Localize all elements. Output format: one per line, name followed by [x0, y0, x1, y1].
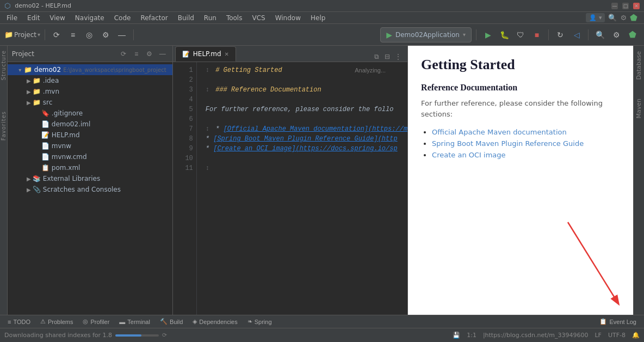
- menu-navigate[interactable]: Navigate: [71, 13, 109, 23]
- menu-window[interactable]: Window: [271, 13, 305, 23]
- stop-button[interactable]: ■: [530, 28, 544, 42]
- minimize-button[interactable]: —: [611, 3, 618, 9]
- pomxml-icon: 📋: [41, 164, 50, 172]
- tree-item-src[interactable]: ▶ 📁 src: [8, 97, 172, 108]
- more-btn[interactable]: —: [115, 28, 129, 42]
- link-spring-boot[interactable]: Spring Boot Maven Plugin Reference Guide: [432, 139, 584, 148]
- menu-file[interactable]: File: [2, 13, 22, 23]
- line-ending-indicator[interactable]: LF: [595, 332, 601, 339]
- user-icon-area[interactable]: 👤 ▾: [586, 13, 605, 22]
- jetbrains-logo-btn[interactable]: ⬟: [626, 28, 640, 42]
- menu-code[interactable]: Code: [110, 13, 135, 23]
- jetbrains-icon[interactable]: ⬟: [630, 13, 637, 23]
- spring-label: Spring: [255, 319, 272, 325]
- project-selector[interactable]: 📁 Project ▾: [4, 30, 40, 39]
- search-everywhere-icon[interactable]: 🔍: [608, 14, 617, 22]
- preview-link-2[interactable]: Spring Boot Maven Plugin Reference Guide: [432, 139, 620, 148]
- tree-item-helpmd[interactable]: ▶ 📝 HELP.md: [8, 130, 172, 141]
- close-button[interactable]: ✕: [633, 3, 640, 9]
- debug-button[interactable]: 🐛: [497, 28, 511, 42]
- code-content[interactable]: ↕ # Getting Started ↕ ### Reference Docu…: [197, 62, 407, 315]
- build-button[interactable]: 🔨 Build: [156, 317, 187, 326]
- tree-item-mvnwcmd[interactable]: ▶ 📄 mvnw.cmd: [8, 151, 172, 162]
- tree-item-mvnw[interactable]: ▶ 📄 mvnw: [8, 141, 172, 151]
- tab-close-helpmd[interactable]: ✕: [225, 51, 229, 57]
- settings-icon[interactable]: ⚙: [620, 14, 627, 22]
- link-oci[interactable]: Create an OCI image: [432, 151, 505, 159]
- back-button[interactable]: ◁: [569, 28, 584, 42]
- menu-build[interactable]: Build: [174, 13, 199, 23]
- search-button[interactable]: 🔍: [593, 28, 607, 42]
- notifications-icon[interactable]: 🔔: [632, 332, 640, 339]
- editor-actions-btn[interactable]: ⋮: [393, 52, 403, 62]
- panel-settings-btn[interactable]: ⚙: [144, 48, 155, 59]
- encoding-indicator[interactable]: UTF-8: [608, 332, 626, 339]
- spring-button[interactable]: ❧ Spring: [243, 317, 276, 326]
- tree-item-ext-libs[interactable]: ▶ 📚 External Libraries: [8, 173, 172, 184]
- coverage-button[interactable]: 🛡: [513, 28, 528, 42]
- panel-hide-btn[interactable]: —: [157, 48, 168, 59]
- sidebar-maven-label[interactable]: Maven: [634, 95, 643, 121]
- root-folder-icon: 📁: [24, 66, 33, 74]
- tab-md-icon: 📝: [182, 51, 190, 58]
- editor-tab-helpmd[interactable]: 📝 HELP.md ✕: [175, 46, 236, 62]
- tree-item-pomxml[interactable]: ▶ 📋 pom.xml: [8, 162, 172, 173]
- run-config-selector[interactable]: ▶ Demo02Application ▾: [380, 27, 472, 42]
- run-button[interactable]: ▶: [481, 28, 495, 42]
- favorites-side-label[interactable]: Favorites: [0, 107, 7, 145]
- sidebar-database-label[interactable]: Database: [634, 48, 643, 83]
- panel-sync-btn[interactable]: ⟳: [118, 48, 129, 59]
- preview-link-3[interactable]: Create an OCI image: [432, 151, 620, 159]
- event-log-button[interactable]: 📋 Event Log: [595, 317, 641, 326]
- menu-tools[interactable]: Tools: [222, 13, 247, 23]
- settings-main-btn[interactable]: ⚙: [609, 28, 623, 42]
- tree-item-mvn[interactable]: ▶ 📁 .mvn: [8, 86, 172, 97]
- run-config-dropdown[interactable]: ▾: [463, 32, 466, 38]
- tree-item-idea[interactable]: ▶ 📁 .idea: [8, 75, 172, 86]
- terminal-button[interactable]: ▬ Terminal: [115, 317, 154, 326]
- tree-arrow-idea: ▶: [25, 78, 33, 84]
- title-bar-right[interactable]: — □ ✕: [611, 3, 640, 9]
- dependencies-button[interactable]: ◈ Dependencies: [188, 317, 242, 326]
- code-line-9: * [Create an OCI image](https://docs.spr…: [206, 144, 407, 154]
- structure-side-label[interactable]: Structure: [0, 46, 7, 85]
- preview-link-1[interactable]: Official Apache Maven documentation: [432, 128, 620, 136]
- menu-edit[interactable]: Edit: [23, 13, 44, 23]
- tree-item-gitignore[interactable]: ▶ 🔖 .gitignore: [8, 108, 172, 119]
- project-dropdown-icon[interactable]: ▾: [38, 32, 40, 38]
- maximize-button[interactable]: □: [622, 3, 629, 9]
- menu-run[interactable]: Run: [200, 13, 221, 23]
- sep2: [133, 29, 134, 40]
- split-horizontal-btn[interactable]: ⊟: [382, 52, 392, 62]
- git-branch-indicator[interactable]: |https://blog.csdn.net/m_33949600: [483, 332, 589, 339]
- split-vertical-btn[interactable]: ⧉: [371, 52, 381, 62]
- menu-vcs[interactable]: VCS: [247, 13, 269, 23]
- tree-item-iml[interactable]: ▶ 📄 demo02.iml: [8, 119, 172, 130]
- problems-button[interactable]: ⚠ Problems: [36, 317, 77, 326]
- panel-collapse-btn[interactable]: ≡: [131, 48, 142, 59]
- todo-button[interactable]: ≡ TODO: [3, 317, 35, 326]
- settings-panel-btn[interactable]: ⚙: [98, 28, 113, 42]
- link-maven[interactable]: Official Apache Maven documentation: [432, 128, 567, 136]
- menu-view[interactable]: View: [45, 13, 69, 23]
- editor-area: 📝 HELP.md ✕ ⧉ ⊟ ⋮ 1 2 3 4 5 6 7 8: [173, 46, 407, 315]
- locate-btn[interactable]: ◎: [82, 28, 96, 42]
- update-button[interactable]: ↻: [553, 28, 567, 42]
- collapse-btn[interactable]: ≡: [66, 28, 80, 42]
- project-panel-header: Project ⟳ ≡ ⚙ —: [8, 46, 172, 62]
- sync-btn[interactable]: ⟳: [49, 28, 64, 42]
- profiler-button[interactable]: ◎ Profiler: [78, 317, 114, 326]
- position-indicator[interactable]: 1:1: [467, 332, 476, 339]
- run-config-label: Demo02Application: [395, 31, 460, 39]
- tree-label-gitignore: .gitignore: [52, 109, 83, 117]
- tree-item-root[interactable]: ▾ 📁 demo02 E:\Java_workspace\springboot_…: [8, 64, 172, 75]
- memory-indicator[interactable]: 💾: [453, 332, 460, 339]
- sep5: [588, 29, 589, 40]
- status-progress-area: Downloading shared indexes for 1.8 ⟳: [4, 332, 448, 339]
- menu-help[interactable]: Help: [306, 13, 330, 23]
- project-label: Project: [14, 31, 36, 39]
- menu-refactor[interactable]: Refactor: [136, 13, 172, 23]
- problems-label: Problems: [48, 319, 73, 325]
- tree-item-scratches[interactable]: ▶ 📎 Scratches and Consoles: [8, 184, 172, 195]
- tree-arrow-ext-libs: ▶: [25, 176, 33, 182]
